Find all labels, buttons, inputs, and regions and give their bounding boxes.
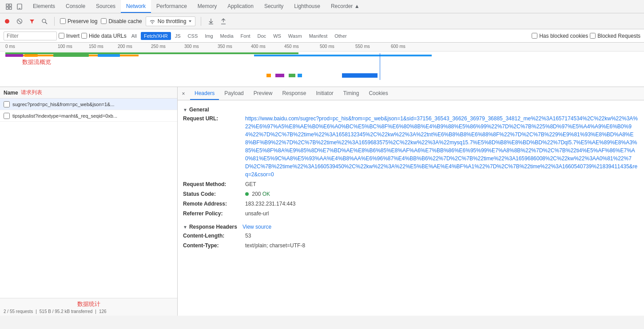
tab-icons (1, 0, 28, 13)
has-blocked-cookies-checkbox[interactable] (532, 33, 537, 39)
filter-type-buttons: AllFetch/XHRJSCSSImgMediaFontDocWSWasmMa… (128, 32, 350, 40)
filter-btn-ws[interactable]: WS (270, 32, 284, 40)
ov-bar-3 (289, 74, 295, 77)
tab-memory[interactable]: Memory (192, 0, 222, 13)
tab-recorder[interactable]: Recorder ▲ (326, 0, 365, 13)
filter-btn-font[interactable]: Font (238, 32, 254, 40)
request-list: Name 请求列表 sugrec?prod=pc_his&from=pc_web… (0, 87, 178, 316)
filter-btn-js[interactable]: JS (172, 32, 184, 40)
dropdown-arrow-icon (188, 19, 192, 24)
detail-tab-initiator[interactable]: Initiator (311, 87, 338, 100)
svg-rect-3 (9, 7, 12, 9)
device-icon[interactable] (15, 2, 24, 11)
filter-input[interactable] (4, 32, 57, 40)
record-dot (5, 19, 9, 24)
inspect-icon[interactable] (4, 2, 13, 11)
detail-tab-headers[interactable]: Headers (190, 87, 219, 100)
view-source-button[interactable]: View source (242, 224, 271, 230)
tab-sources[interactable]: Sources (91, 0, 121, 13)
invert-checkbox[interactable] (59, 33, 64, 39)
detail-panel: × Headers Payload Preview Response Initi… (178, 87, 644, 316)
preserve-log-checkbox[interactable] (60, 18, 66, 24)
request-item-1-checkbox[interactable] (4, 101, 10, 107)
filter-btn-other[interactable]: Other (331, 32, 350, 40)
detail-close-button[interactable]: × (179, 90, 187, 98)
svg-rect-0 (6, 4, 8, 6)
tab-elements[interactable]: Elements (28, 0, 60, 13)
request-url-value[interactable]: https://www.baidu.com/sugrec?prod=pc_his… (245, 115, 639, 178)
tick-300: 300 ms (184, 44, 199, 49)
svg-line-9 (45, 22, 47, 24)
request-item-1[interactable]: sugrec?prod=pc_his&from=pc_web&json=1&..… (0, 99, 177, 110)
tick-200: 200 ms (118, 44, 132, 49)
ov-bar-4 (298, 74, 302, 77)
waterfall-bar-2 (24, 54, 38, 57)
detail-tab-cookies[interactable]: Cookies (364, 87, 392, 100)
tab-lighthouse[interactable]: Lighthouse (289, 0, 326, 13)
ov-bar-2 (275, 74, 284, 77)
svg-rect-1 (9, 4, 12, 6)
request-item-2-name: tipspluslist?indextype=manht&_req_seqid=… (12, 113, 174, 119)
detail-tab-preview[interactable]: Preview (249, 87, 277, 100)
request-list-label: 请求列表 (21, 89, 42, 96)
remote-address-value: 183.232.231.174:443 (245, 200, 639, 208)
devtools-tab-bar: Elements Console Sources Network Perform… (0, 0, 644, 13)
export-icon[interactable] (219, 17, 228, 26)
response-headers-section: ▼ Response Headers View source Content-L… (183, 221, 639, 250)
filter-btn-fetch/xhr[interactable]: Fetch/XHR (141, 32, 171, 40)
request-method-value: GET (245, 180, 639, 188)
tab-network[interactable]: Network (121, 0, 151, 13)
content-type-row: Content-Type: text/plain; charset=UTF-8 (183, 242, 639, 250)
hide-data-urls-checkbox[interactable] (81, 33, 87, 39)
record-button[interactable] (3, 17, 12, 26)
detail-tab-payload[interactable]: Payload (220, 87, 248, 100)
request-item-2-checkbox[interactable] (4, 113, 10, 119)
general-section-header[interactable]: ▼ General (183, 104, 639, 115)
request-list-header: Name 请求列表 (0, 87, 177, 99)
wifi-icon (149, 18, 156, 25)
filter-btn-wasm[interactable]: Wasm (285, 32, 305, 40)
blocked-requests-label[interactable]: Blocked Requests (590, 33, 640, 39)
import-icon[interactable] (207, 17, 215, 26)
filter-btn-doc[interactable]: Doc (254, 32, 270, 40)
filter-btn-css[interactable]: CSS (185, 32, 201, 40)
throttle-select[interactable]: No throttling (146, 16, 196, 26)
search-icon[interactable] (40, 17, 49, 26)
content-length-value: 53 (245, 232, 639, 240)
detail-tab-response[interactable]: Response (278, 87, 310, 100)
hide-data-urls-label[interactable]: Hide data URLs (81, 33, 127, 39)
response-headers-section-header[interactable]: ▼ Response Headers View source (183, 221, 639, 232)
request-item-2[interactable]: tipspluslist?indextype=manht&_req_seqid=… (0, 110, 177, 122)
has-blocked-cookies-label[interactable]: Has blocked cookies (532, 33, 588, 39)
content-length-key: Content-Length: (183, 232, 245, 240)
filter-btn-img[interactable]: Img (202, 32, 216, 40)
invert-label[interactable]: Invert (59, 33, 80, 39)
waterfall-bar-4 (98, 54, 120, 57)
filter-btn-manifest[interactable]: Manifest (306, 32, 331, 40)
stats-size: 515 B / 95.2 kB transferred (40, 309, 93, 314)
tab-performance[interactable]: Performance (151, 0, 192, 13)
content-type-key: Content-Type: (183, 242, 245, 250)
tick-600: 600 ms (391, 44, 405, 49)
preserve-log-label[interactable]: Preserve log (60, 18, 97, 24)
disable-cache-label[interactable]: Disable cache (101, 18, 142, 24)
clear-button[interactable] (15, 17, 24, 26)
disable-cache-checkbox[interactable] (101, 18, 107, 24)
blocked-requests-checkbox[interactable] (590, 33, 596, 39)
filter-btn-all[interactable]: All (128, 32, 140, 40)
tab-console[interactable]: Console (60, 0, 91, 13)
tab-security[interactable]: Security (259, 0, 289, 13)
detail-tab-timing[interactable]: Timing (339, 87, 364, 100)
response-headers-label: Response Headers (189, 224, 237, 230)
tick-400: 400 ms (251, 44, 266, 49)
filter-icon[interactable] (28, 17, 36, 26)
timeline-bars (0, 53, 644, 80)
filter-btn-media[interactable]: Media (217, 32, 237, 40)
stats-other: 126 (99, 309, 107, 314)
tab-application[interactable]: Application (222, 0, 259, 13)
ov-bar-1 (266, 74, 271, 77)
tick-100: 100 ms (58, 44, 72, 49)
separator-2 (201, 17, 201, 26)
footer-label: 数据统计 (4, 300, 174, 308)
tick-150: 150 ms (89, 44, 103, 49)
